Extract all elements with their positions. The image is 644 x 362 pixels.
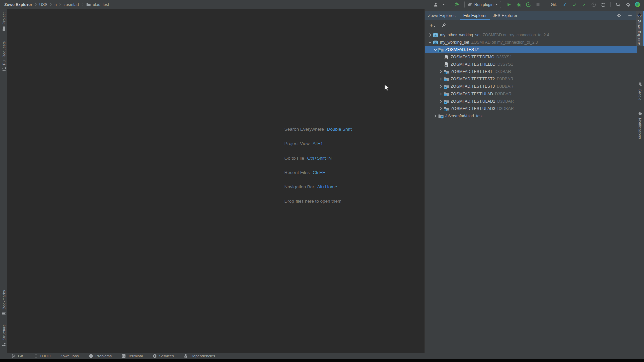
svg-text:DS: DS [444, 94, 447, 96]
chevron-down-icon[interactable] [433, 47, 438, 52]
chevron-down-icon[interactable] [427, 40, 433, 45]
dataset-folder-icon: DS [443, 84, 450, 89]
editor-area[interactable]: Search EverywhereDouble ShiftProject Vie… [7, 9, 424, 353]
breadcrumb-separator-icon [49, 3, 52, 6]
tree-row[interactable]: DSZOSMFAD.TEST.DEMOD3SYS1 [425, 53, 637, 61]
chevron-right-icon[interactable] [433, 113, 438, 119]
settings-gear-icon[interactable] [625, 1, 631, 8]
chevron-right-icon[interactable] [438, 69, 443, 74]
breadcrumb-item[interactable]: zosmfad [64, 2, 79, 7]
dataset-folder-icon: DS [443, 106, 450, 111]
toolwindow-button-services[interactable]: Services [152, 354, 174, 358]
wrench-icon[interactable] [441, 23, 446, 28]
structure-icon [2, 342, 6, 347]
build-hammer-icon[interactable] [453, 1, 460, 8]
stripe-button-label: Zowe Explorer [638, 20, 642, 45]
toolwindow-button-terminal[interactable]: Terminal [121, 354, 143, 358]
tree-row[interactable]: DSZOSMFAD.TEST.ULAD2D3DBAR [425, 98, 637, 105]
dataset-folder-icon: DS [443, 69, 450, 74]
hide-minus-icon[interactable] [628, 13, 632, 18]
toolwindow-button-git[interactable]: Git [11, 354, 23, 358]
stripe-button-label: Bookmarks [2, 290, 6, 309]
chevron-right-icon[interactable] [438, 76, 443, 82]
tree-row-label: ZOSMFAD.TEST.TEST2 [451, 77, 495, 81]
chevron-right-icon[interactable] [438, 99, 443, 104]
tree-row[interactable]: DSZOSMFAD.TEST.HELLOD3SYS1 [425, 61, 637, 68]
chevron-right-icon[interactable] [438, 91, 443, 97]
tree-row[interactable]: DSZOSMFAD.TEST.TESTD3DBAR [425, 68, 637, 75]
breadcrumb-item[interactable]: Zowe Explorer [4, 2, 32, 7]
services-icon [152, 354, 157, 358]
tree-row[interactable]: my_other_working_setZOSMFAD on my_connec… [425, 31, 637, 39]
shortcut-hint-row: Go to FileCtrl+Shift+N [284, 151, 352, 165]
breadcrumb-item[interactable]: ulad_test [93, 2, 109, 7]
git-push-icon[interactable] [581, 1, 587, 8]
chevron-right-icon[interactable] [438, 84, 443, 89]
toolbar-divider [610, 2, 611, 7]
stripe-button-label: Notifications [638, 118, 642, 139]
chevron-down-icon [442, 3, 445, 6]
toolwindow-button-zowe-jobs[interactable]: Zowe Jobs [60, 354, 79, 358]
git-commit-icon[interactable] [571, 1, 577, 8]
svg-text:DS: DS [444, 79, 447, 81]
git-update-icon[interactable] [561, 1, 568, 8]
dataset-folder-icon: DS [443, 91, 450, 97]
stripe-button-label: Gradle [638, 89, 642, 101]
chevron-right-icon[interactable] [427, 32, 433, 38]
dataset-folder-icon: DS [438, 47, 444, 52]
tree-row[interactable]: /u/zosmfad/ulad_test [425, 112, 637, 120]
stripe-button-bookmarks[interactable]: Bookmarks [0, 289, 7, 317]
stripe-button-project[interactable]: Project [0, 11, 7, 33]
tree-row-label: ZOSMFAD.TEST.ULAD2 [451, 99, 495, 104]
tree-row[interactable]: DSZOSMFAD.TEST.* [425, 46, 637, 53]
breadcrumb-item[interactable]: u [54, 2, 57, 7]
stripe-button-gradle[interactable]: Gradle [637, 80, 644, 102]
history-clock-icon[interactable] [590, 1, 597, 8]
tree-row-label: ZOSMFAD.TEST.TEST [451, 69, 493, 74]
pull-request-icon [2, 67, 6, 72]
stripe-button-pull-requests[interactable]: Pull Requests [0, 40, 7, 73]
git-label: Git: [551, 2, 557, 7]
chevron-right-icon[interactable] [438, 106, 443, 111]
tree-row[interactable]: my_working_setZOSMFAD on my_connection_t… [425, 39, 637, 46]
tree-row-label: ZOSMFAD.TEST.TEST3 [451, 84, 495, 89]
stripe-button-zowe-explorer[interactable]: ZZowe Explorer [636, 11, 644, 46]
breadcrumb-item[interactable]: USS [39, 2, 48, 7]
toolwindow-button-problems[interactable]: Problems [89, 354, 112, 358]
search-icon[interactable] [615, 1, 621, 8]
tree-row[interactable]: DSZOSMFAD.TEST.ULADD3DBAR [425, 90, 637, 98]
settings-gear-icon[interactable] [616, 13, 622, 18]
toolwindow-button-dependencies[interactable]: Dependencies [183, 354, 215, 358]
tree-row-badge: ZOSMFAD on my_connection_to_2.3 [471, 40, 538, 45]
toolwindow-button-label: Problems [95, 354, 112, 358]
stripe-button-notifications[interactable]: Notifications [637, 110, 644, 140]
tree-row-badge: D3DBAR [495, 69, 511, 74]
run-icon[interactable] [505, 1, 512, 8]
tree-row[interactable]: DSZOSMFAD.TEST.TEST3D3DBAR [425, 83, 637, 90]
working-set-icon [433, 32, 439, 38]
debug-icon[interactable] [515, 1, 522, 8]
tab-file-explorer[interactable]: File Explorer [460, 11, 490, 20]
right-tool-stripe [637, 9, 644, 353]
stop-icon[interactable] [535, 1, 541, 8]
tree-row-label: ZOSMFAD.TEST.DEMO [451, 55, 494, 59]
add-icon[interactable]: + [430, 23, 436, 28]
coverage-icon[interactable] [525, 1, 531, 8]
run-configuration-select[interactable]: Run plugin [464, 1, 501, 8]
stripe-button-structure[interactable]: Structure [0, 323, 7, 348]
tree-row-label: my_other_working_set [440, 33, 481, 37]
tree-row-badge: D3DBAR [497, 84, 513, 89]
breadcrumb-separator-icon [34, 3, 37, 6]
terminal-icon [121, 354, 126, 358]
toolwindow-button-todo[interactable]: TODO [33, 354, 51, 358]
tree-row-label: /u/zosmfad/ulad_test [445, 114, 483, 118]
user-icon[interactable] [433, 1, 439, 8]
working-set-icon [433, 40, 439, 45]
member-file-icon: DS [443, 62, 450, 67]
tree-row[interactable]: DSZOSMFAD.TEST.ULAD3D3DBAR [425, 105, 637, 112]
undo-icon[interactable] [600, 1, 606, 8]
tree-row-badge: D3SYS1 [496, 55, 512, 59]
tab-jes-explorer[interactable]: JES Explorer [490, 11, 520, 20]
tree-row[interactable]: DSZOSMFAD.TEST.TEST2D3DBAR [425, 75, 637, 83]
profile-avatar-icon[interactable] [634, 1, 641, 8]
